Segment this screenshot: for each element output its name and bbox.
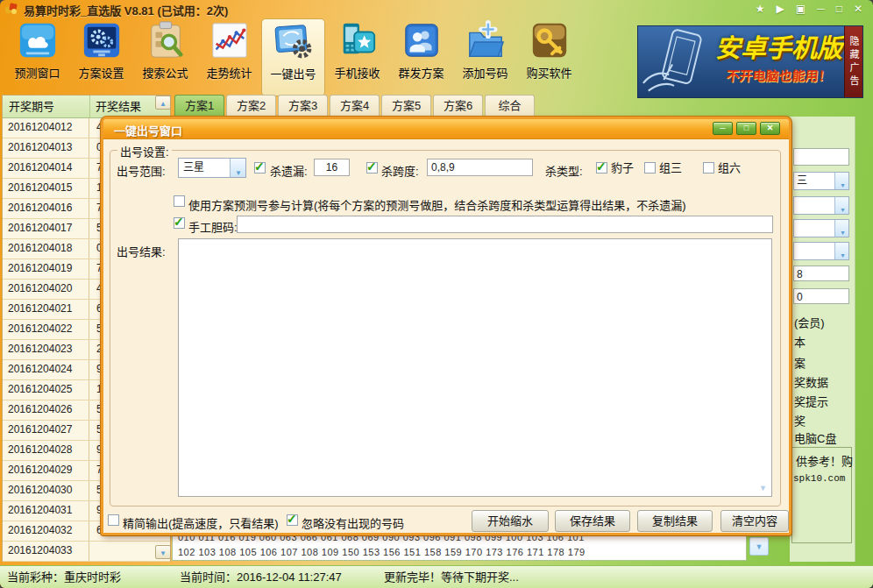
right-panel-input[interactable]: 8: [793, 266, 849, 281]
minimize-dialog-button[interactable]: ─: [713, 122, 733, 135]
play-button[interactable]: ▶: [777, 1, 784, 17]
ad-banner[interactable]: 安卓手机版 不开电脑也能用！ 隐藏广告: [637, 25, 863, 98]
tab-plan-1[interactable]: 方案1: [174, 95, 224, 117]
toolbar-item-label: 群发方案: [398, 64, 444, 81]
right-panel-text: 奖数据: [794, 373, 828, 390]
tab-plan-2[interactable]: 方案2: [226, 95, 276, 117]
statusbar: 当前彩种：重庆时时彩 当前时间：2016-12-04 11:27:47 更新完毕…: [0, 565, 873, 588]
right-panel-input[interactable]: 0: [793, 288, 849, 304]
right-panel-select[interactable]: [793, 196, 849, 215]
clear-content-button[interactable]: 清空内容: [720, 510, 789, 532]
ignore-missing-label: 忽略没有出现的号码: [302, 514, 404, 531]
kill-type-checkbox[interactable]: [596, 162, 607, 174]
tab-plan-6[interactable]: 方案6: [433, 95, 483, 117]
col-header-period[interactable]: 开奖期号: [3, 96, 90, 117]
toolbar-item-add-numbers[interactable]: 添加号码: [453, 18, 517, 96]
period-cell: 20161204021: [3, 300, 89, 319]
period-cell: 20161204024: [3, 360, 89, 379]
favorite-button[interactable]: ★: [756, 1, 765, 17]
toolbar-item-one-key-output[interactable]: 一键出号: [261, 18, 325, 96]
copy-result-button[interactable]: 复制结果: [637, 510, 713, 532]
kill-span-label: 杀跨度:: [381, 162, 419, 179]
right-panel-text: 奖提示: [794, 393, 828, 409]
toolbar-item-forecast-window[interactable]: 预测窗口: [5, 18, 69, 96]
kill-omission-label: 杀遗漏:: [270, 162, 308, 179]
app-window: 易算时时彩_直选版 V8.81 (已试用：2次) ★▶▣─□✕ 预测窗口方案设置…: [0, 0, 873, 588]
right-panel-select[interactable]: [793, 219, 849, 237]
period-cell: 20161204022: [3, 320, 89, 339]
tab-plan-4[interactable]: 方案4: [330, 95, 380, 117]
use-plan-checkbox[interactable]: [174, 195, 185, 207]
notice-box: 供参考！购 spk10.com: [791, 447, 852, 543]
phone-hand-icon: [638, 26, 713, 96]
save-result-button[interactable]: 保存结果: [555, 510, 630, 532]
scroll-down-button[interactable]: [155, 545, 171, 559]
hide-ad-button[interactable]: 隐藏广告: [844, 26, 862, 97]
kill-omission-checkbox[interactable]: [254, 162, 266, 174]
table-row[interactable]: 20161204033: [3, 542, 170, 562]
toolbar-item-label: 预测窗口: [14, 64, 60, 81]
right-panel-text: 奖: [794, 412, 806, 429]
ignore-missing-checkbox[interactable]: [287, 514, 298, 526]
current-time-status: 当前时间：2016-12-04 11:27:47: [180, 566, 342, 588]
toolbar-item-group-send[interactable]: 群发方案: [389, 18, 453, 96]
cloud-drive-icon: [18, 20, 58, 60]
toolbar-item-plan-settings[interactable]: 方案设置: [69, 18, 133, 96]
kill-span-checkbox[interactable]: [366, 162, 378, 174]
kill-type-label: 杀类型:: [545, 162, 583, 179]
toolbar-item-search-formula[interactable]: 搜索公式: [133, 18, 197, 96]
kill-type-checkbox[interactable]: [644, 162, 656, 174]
tab-strip: 方案1方案2方案3方案4方案5方案6综合: [174, 95, 535, 117]
right-side-panel: 三 8 0 (会员)本案奖数据奖提示奖电脑C盘 供参考！购 spk10.com: [790, 117, 855, 562]
close-button[interactable]: ✕: [854, 1, 862, 17]
output-result-textarea[interactable]: [178, 238, 772, 497]
output-result-label: 出号结果:: [117, 243, 166, 259]
period-cell: 20161204026: [3, 400, 89, 420]
kill-span-input[interactable]: 0,8,9: [427, 159, 533, 176]
numbers-strip: 010 011 016 019 060 063 066 061 068 069 …: [172, 535, 747, 561]
toolbar: 预测窗口方案设置搜索公式走势统计一键出号手机接收群发方案添加号码购买软件: [5, 18, 581, 99]
strip-scroll-down-button[interactable]: [749, 537, 769, 556]
close-dialog-button[interactable]: ✕: [760, 122, 780, 135]
banner-subtitle: 不开电脑也能用！: [713, 66, 844, 84]
right-panel-text: 本: [794, 333, 806, 350]
maximize-dialog-button[interactable]: □: [736, 122, 756, 135]
period-cell: 20161204014: [3, 159, 89, 178]
use-plan-label: 使用方案预测号参与计算(将每个方案的预测号做胆，结合杀跨度和杀类型运算得出结果，…: [188, 196, 686, 213]
period-cell: 20161204031: [3, 501, 89, 521]
dialog-titlebar: 一键出号窗口 ─□✕: [103, 119, 789, 139]
toolbar-item-label: 走势统计: [206, 64, 252, 81]
start-shrink-button[interactable]: 开始缩水: [472, 510, 549, 532]
period-cell: 20161204020: [3, 280, 89, 299]
notice-line: spk10.com: [793, 473, 845, 484]
right-panel-select[interactable]: 三: [793, 172, 849, 190]
kill-omission-input[interactable]: 16: [314, 159, 350, 176]
kill-type-option: 组三: [644, 162, 682, 174]
output-range-select[interactable]: 三星: [178, 158, 246, 178]
manual-dan-input[interactable]: [237, 216, 773, 233]
key-icon: [529, 20, 570, 60]
tab-plan-5[interactable]: 方案5: [381, 95, 431, 117]
simple-output-checkbox[interactable]: [108, 514, 119, 526]
right-panel-text: (会员): [794, 314, 825, 330]
scroll-up-button[interactable]: [155, 96, 171, 110]
right-panel-select[interactable]: [793, 242, 849, 260]
minimize-button[interactable]: ─: [817, 1, 825, 17]
period-cell: 20161204032: [3, 521, 89, 541]
toolbar-item-trend-stats[interactable]: 走势统计: [197, 18, 261, 96]
toolbar-item-phone-receive[interactable]: 手机接收: [325, 18, 389, 96]
tab-overview[interactable]: 综合: [485, 95, 535, 117]
period-cell: 20161204027: [3, 421, 89, 440]
tab-plan-3[interactable]: 方案3: [278, 95, 328, 117]
period-cell: 20161204016: [3, 199, 89, 218]
toolbar-item-label: 添加号码: [462, 64, 507, 81]
kill-type-checkbox[interactable]: [703, 162, 714, 174]
toolbar-item-buy-software[interactable]: 购买软件: [517, 18, 581, 96]
group-label: 出号设置:: [117, 143, 172, 159]
manual-dan-checkbox[interactable]: [174, 217, 185, 229]
folder-add-icon: [465, 20, 506, 60]
panel-button[interactable]: ▣: [796, 1, 806, 17]
window-title: 易算时时彩_直选版 V8.81 (已试用：2次): [24, 2, 228, 18]
right-panel-input[interactable]: [793, 148, 849, 166]
maximize-button[interactable]: □: [836, 1, 842, 17]
